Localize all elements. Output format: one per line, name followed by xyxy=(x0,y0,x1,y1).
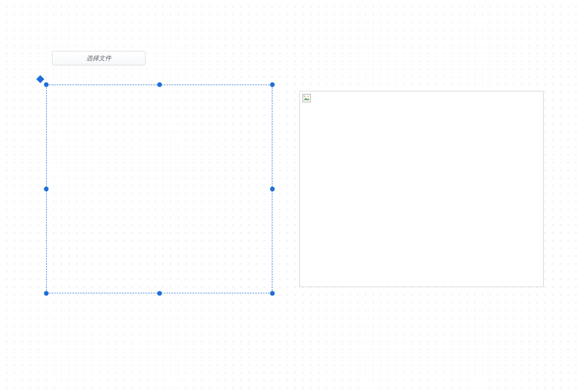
resize-handle-top-right[interactable] xyxy=(270,83,275,87)
svg-point-2 xyxy=(308,96,309,97)
image-placeholder[interactable] xyxy=(299,91,544,287)
resize-handle-middle-right[interactable] xyxy=(270,187,275,192)
rotate-handle[interactable] xyxy=(36,75,45,84)
resize-handle-bottom-left[interactable] xyxy=(44,291,49,296)
resize-handle-middle-left[interactable] xyxy=(44,187,49,192)
resize-handle-bottom-right[interactable] xyxy=(270,291,275,296)
resize-handle-top-center[interactable] xyxy=(157,83,162,87)
selection-box[interactable] xyxy=(46,85,272,293)
choose-file-button[interactable]: 选择文件 xyxy=(52,51,146,65)
broken-image-icon xyxy=(303,94,311,102)
resize-handle-bottom-center[interactable] xyxy=(157,291,162,296)
resize-handle-top-left[interactable] xyxy=(44,83,49,87)
